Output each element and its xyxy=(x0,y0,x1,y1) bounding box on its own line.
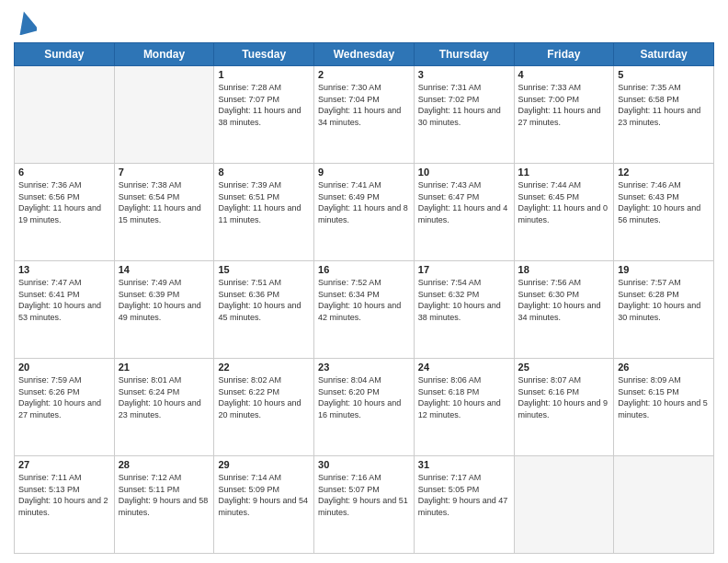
day-info: Sunrise: 7:49 AMSunset: 6:39 PMDaylight:… xyxy=(119,277,210,323)
day-info: Sunrise: 7:16 AMSunset: 5:07 PMDaylight:… xyxy=(318,472,410,518)
day-number: 27 xyxy=(18,459,110,470)
col-wednesday: Wednesday xyxy=(314,43,415,66)
calendar-cell: 22Sunrise: 8:02 AMSunset: 6:22 PMDayligh… xyxy=(214,359,314,456)
day-number: 7 xyxy=(119,167,210,178)
col-friday: Friday xyxy=(514,43,614,66)
svg-marker-0 xyxy=(17,9,37,35)
calendar-cell: 23Sunrise: 8:04 AMSunset: 6:20 PMDayligh… xyxy=(314,359,415,456)
calendar-week-row: 6Sunrise: 7:36 AMSunset: 6:56 PMDaylight… xyxy=(15,164,714,261)
calendar-cell: 29Sunrise: 7:14 AMSunset: 5:09 PMDayligh… xyxy=(214,456,314,554)
calendar-cell xyxy=(114,66,214,164)
day-info: Sunrise: 7:41 AMSunset: 6:49 PMDaylight:… xyxy=(318,179,410,225)
day-number: 6 xyxy=(18,167,110,178)
calendar-week-row: 1Sunrise: 7:28 AMSunset: 7:07 PMDaylight… xyxy=(15,66,714,164)
day-info: Sunrise: 7:59 AMSunset: 6:26 PMDaylight:… xyxy=(18,374,110,420)
calendar-cell: 31Sunrise: 7:17 AMSunset: 5:05 PMDayligh… xyxy=(414,456,514,554)
day-number: 21 xyxy=(119,362,210,373)
day-number: 8 xyxy=(218,167,310,178)
day-info: Sunrise: 7:44 AMSunset: 6:45 PMDaylight:… xyxy=(518,179,610,225)
day-number: 11 xyxy=(518,167,610,178)
day-number: 15 xyxy=(218,264,310,275)
col-tuesday: Tuesday xyxy=(214,43,314,66)
day-info: Sunrise: 7:17 AMSunset: 5:05 PMDaylight:… xyxy=(418,472,510,518)
day-info: Sunrise: 7:54 AMSunset: 6:32 PMDaylight:… xyxy=(418,277,510,323)
calendar-cell: 18Sunrise: 7:56 AMSunset: 6:30 PMDayligh… xyxy=(514,261,614,359)
col-saturday: Saturday xyxy=(614,43,714,66)
calendar-cell: 16Sunrise: 7:52 AMSunset: 6:34 PMDayligh… xyxy=(314,261,415,359)
calendar-cell: 14Sunrise: 7:49 AMSunset: 6:39 PMDayligh… xyxy=(114,261,214,359)
day-number: 13 xyxy=(18,264,110,275)
calendar-cell: 30Sunrise: 7:16 AMSunset: 5:07 PMDayligh… xyxy=(314,456,415,554)
day-number: 17 xyxy=(418,264,510,275)
day-info: Sunrise: 7:51 AMSunset: 6:36 PMDaylight:… xyxy=(218,277,310,323)
day-number: 10 xyxy=(418,167,510,178)
calendar-cell: 13Sunrise: 7:47 AMSunset: 6:41 PMDayligh… xyxy=(15,261,115,359)
calendar-cell: 26Sunrise: 8:09 AMSunset: 6:15 PMDayligh… xyxy=(614,359,714,456)
day-info: Sunrise: 7:38 AMSunset: 6:54 PMDaylight:… xyxy=(119,179,210,225)
day-number: 29 xyxy=(218,459,310,470)
logo xyxy=(14,9,37,35)
calendar-cell: 1Sunrise: 7:28 AMSunset: 7:07 PMDaylight… xyxy=(214,66,314,164)
calendar-cell: 10Sunrise: 7:43 AMSunset: 6:47 PMDayligh… xyxy=(414,164,514,261)
calendar-cell: 24Sunrise: 8:06 AMSunset: 6:18 PMDayligh… xyxy=(414,359,514,456)
day-number: 18 xyxy=(518,264,610,275)
calendar-cell: 11Sunrise: 7:44 AMSunset: 6:45 PMDayligh… xyxy=(514,164,614,261)
calendar-cell: 4Sunrise: 7:33 AMSunset: 7:00 PMDaylight… xyxy=(514,66,614,164)
day-info: Sunrise: 8:01 AMSunset: 6:24 PMDaylight:… xyxy=(119,374,210,420)
day-info: Sunrise: 7:43 AMSunset: 6:47 PMDaylight:… xyxy=(418,179,510,225)
day-number: 25 xyxy=(518,362,610,373)
day-number: 12 xyxy=(618,167,710,178)
calendar-week-row: 20Sunrise: 7:59 AMSunset: 6:26 PMDayligh… xyxy=(15,359,714,456)
calendar-cell: 7Sunrise: 7:38 AMSunset: 6:54 PMDaylight… xyxy=(114,164,214,261)
day-number: 19 xyxy=(618,264,710,275)
calendar-cell: 19Sunrise: 7:57 AMSunset: 6:28 PMDayligh… xyxy=(614,261,714,359)
calendar-cell xyxy=(15,66,115,164)
header xyxy=(14,9,714,35)
day-number: 24 xyxy=(418,362,510,373)
day-info: Sunrise: 7:14 AMSunset: 5:09 PMDaylight:… xyxy=(218,472,310,518)
calendar-cell: 8Sunrise: 7:39 AMSunset: 6:51 PMDaylight… xyxy=(214,164,314,261)
day-number: 5 xyxy=(618,69,710,80)
calendar-cell: 3Sunrise: 7:31 AMSunset: 7:02 PMDaylight… xyxy=(414,66,514,164)
day-number: 31 xyxy=(418,459,510,470)
day-number: 1 xyxy=(218,69,310,80)
day-number: 9 xyxy=(318,167,410,178)
calendar-cell: 20Sunrise: 7:59 AMSunset: 6:26 PMDayligh… xyxy=(15,359,115,456)
day-number: 2 xyxy=(318,69,410,80)
calendar-cell: 12Sunrise: 7:46 AMSunset: 6:43 PMDayligh… xyxy=(614,164,714,261)
day-number: 20 xyxy=(18,362,110,373)
day-info: Sunrise: 7:57 AMSunset: 6:28 PMDaylight:… xyxy=(618,277,710,323)
page: Sunday Monday Tuesday Wednesday Thursday… xyxy=(0,0,728,563)
day-info: Sunrise: 8:07 AMSunset: 6:16 PMDaylight:… xyxy=(518,374,610,420)
calendar-cell: 27Sunrise: 7:11 AMSunset: 5:13 PMDayligh… xyxy=(15,456,115,554)
day-number: 30 xyxy=(318,459,410,470)
day-info: Sunrise: 7:30 AMSunset: 7:04 PMDaylight:… xyxy=(318,82,410,128)
logo-icon xyxy=(17,9,37,35)
calendar-cell: 2Sunrise: 7:30 AMSunset: 7:04 PMDaylight… xyxy=(314,66,415,164)
col-sunday: Sunday xyxy=(15,43,115,66)
calendar-week-row: 13Sunrise: 7:47 AMSunset: 6:41 PMDayligh… xyxy=(15,261,714,359)
day-info: Sunrise: 7:33 AMSunset: 7:00 PMDaylight:… xyxy=(518,82,610,128)
day-info: Sunrise: 7:12 AMSunset: 5:11 PMDaylight:… xyxy=(119,472,210,518)
calendar-cell xyxy=(514,456,614,554)
calendar-cell: 21Sunrise: 8:01 AMSunset: 6:24 PMDayligh… xyxy=(114,359,214,456)
calendar-cell: 25Sunrise: 8:07 AMSunset: 6:16 PMDayligh… xyxy=(514,359,614,456)
calendar-week-row: 27Sunrise: 7:11 AMSunset: 5:13 PMDayligh… xyxy=(15,456,714,554)
day-info: Sunrise: 8:02 AMSunset: 6:22 PMDaylight:… xyxy=(218,374,310,420)
calendar-cell: 17Sunrise: 7:54 AMSunset: 6:32 PMDayligh… xyxy=(414,261,514,359)
calendar-table: Sunday Monday Tuesday Wednesday Thursday… xyxy=(14,42,714,554)
day-info: Sunrise: 7:39 AMSunset: 6:51 PMDaylight:… xyxy=(218,179,310,225)
day-info: Sunrise: 7:46 AMSunset: 6:43 PMDaylight:… xyxy=(618,179,710,225)
day-number: 22 xyxy=(218,362,310,373)
day-info: Sunrise: 8:04 AMSunset: 6:20 PMDaylight:… xyxy=(318,374,410,420)
calendar-cell xyxy=(614,456,714,554)
day-info: Sunrise: 8:09 AMSunset: 6:15 PMDaylight:… xyxy=(618,374,710,420)
day-info: Sunrise: 7:47 AMSunset: 6:41 PMDaylight:… xyxy=(18,277,110,323)
day-info: Sunrise: 7:36 AMSunset: 6:56 PMDaylight:… xyxy=(18,179,110,225)
calendar-header-row: Sunday Monday Tuesday Wednesday Thursday… xyxy=(15,43,714,66)
day-number: 4 xyxy=(518,69,610,80)
day-info: Sunrise: 7:35 AMSunset: 6:58 PMDaylight:… xyxy=(618,82,710,128)
calendar-cell: 6Sunrise: 7:36 AMSunset: 6:56 PMDaylight… xyxy=(15,164,115,261)
day-number: 16 xyxy=(318,264,410,275)
calendar-cell: 28Sunrise: 7:12 AMSunset: 5:11 PMDayligh… xyxy=(114,456,214,554)
